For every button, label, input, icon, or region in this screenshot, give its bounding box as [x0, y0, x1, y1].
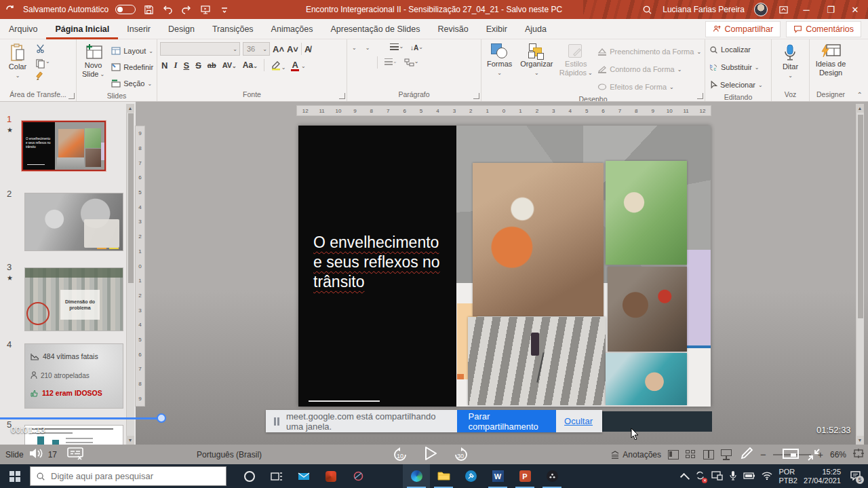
new-slide-button[interactable]: Novo Slide⌄ — [79, 42, 107, 80]
reset-button[interactable]: Redefinir — [110, 60, 155, 75]
slide-thumbnail-4[interactable]: 484 vítimas fatais 210 atropeladas 112 e… — [24, 343, 123, 409]
tab-exibir[interactable]: Exibir — [477, 19, 516, 39]
comments-button[interactable]: Comentários — [786, 21, 861, 37]
search-input[interactable] — [51, 471, 207, 481]
start-slideshow-icon[interactable] — [199, 3, 212, 16]
font-color-button[interactable]: A⌄ — [292, 61, 306, 69]
drawing-dialog-launcher[interactable] — [697, 93, 703, 99]
replace-button[interactable]: bc Substituir⌄ — [708, 60, 761, 75]
normal-view-button[interactable] — [668, 450, 679, 459]
volume-icon[interactable] — [28, 447, 44, 462]
tab-apresentacao[interactable]: Apresentação de Slides — [321, 19, 429, 39]
tab-design[interactable]: Design — [159, 19, 203, 39]
text-direction-icon[interactable]: ↓A⌄ — [410, 44, 423, 52]
font-dialog-launcher[interactable] — [339, 93, 345, 99]
ribbon-display-options-icon[interactable] — [777, 3, 789, 16]
slide-thumbnail-1[interactable]: O envelhecimentoe seus reflexos notrânsi… — [22, 121, 106, 171]
design-ideas-button[interactable]: Ideias de Design — [813, 42, 849, 79]
task-view-icon[interactable] — [263, 464, 290, 488]
language-switcher[interactable]: PORPTB2 — [778, 468, 797, 485]
tab-arquivo[interactable]: Arquivo — [0, 19, 46, 39]
bold-button[interactable]: N — [161, 60, 167, 71]
quick-styles-button[interactable]: Estilos Rápidos⌄ — [558, 42, 593, 79]
thumb-scroll-down-arrow[interactable]: ▼ — [126, 436, 134, 445]
save-icon[interactable] — [142, 3, 155, 16]
clear-formatting-icon[interactable]: A̸ — [304, 44, 311, 54]
tab-revisao[interactable]: Revisão — [429, 19, 477, 39]
dictate-button[interactable]: Ditar⌄ — [780, 42, 801, 81]
battery-icon[interactable] — [743, 472, 755, 481]
video-progress-played[interactable] — [0, 417, 157, 419]
hide-link[interactable]: Ocultar — [564, 416, 593, 426]
wifi-icon[interactable] — [762, 471, 772, 481]
autosave-toggle[interactable] — [115, 5, 136, 14]
tab-ajuda[interactable]: Ajuda — [516, 19, 555, 39]
arrange-button[interactable]: Organizar⌄ — [517, 42, 555, 79]
sync-error-icon[interactable]: ✕ — [695, 470, 705, 482]
slide-sorter-view-button[interactable] — [686, 450, 696, 459]
tab-pagina-inicial[interactable]: Página Inicial — [46, 19, 118, 39]
obs-icon[interactable] — [538, 464, 566, 488]
word-icon[interactable]: W — [484, 464, 511, 488]
paragraph-dialog-launcher[interactable] — [473, 93, 479, 99]
user-avatar[interactable] — [754, 3, 768, 16]
slideshow-view-button[interactable] — [721, 449, 733, 459]
cortana-icon[interactable] — [236, 464, 263, 488]
shapes-button[interactable]: Formas⌄ — [484, 42, 515, 79]
layout-button[interactable]: Layout⌄ — [110, 43, 155, 58]
notes-button[interactable]: Anotações — [610, 450, 661, 459]
text-shadow-button[interactable]: ab — [208, 61, 216, 69]
change-case-button[interactable]: Aa⌄ — [243, 60, 258, 70]
columns-icon[interactable]: ⌄ — [384, 58, 397, 67]
snip-tool-icon[interactable] — [344, 464, 372, 488]
forward-30-button[interactable]: 30 — [453, 447, 469, 463]
clock[interactable]: 15:2527/04/2021 — [804, 468, 841, 485]
highlight-color-button[interactable]: ⌄ — [271, 60, 286, 71]
microphone-tray-icon[interactable] — [729, 470, 737, 483]
thumb-scroll-up-arrow[interactable]: ▲ — [126, 104, 134, 113]
tab-inserir[interactable]: Inserir — [118, 19, 159, 39]
canvas-scroll-down-arrow[interactable]: ▼ — [856, 436, 864, 445]
minimize-button[interactable]: ─ — [799, 5, 814, 15]
find-button[interactable]: Localizar — [708, 42, 752, 57]
paste-button[interactable]: Colar⌄ — [3, 42, 33, 81]
clipboard-dialog-launcher[interactable] — [68, 93, 75, 99]
font-name-combo[interactable]: ⌄ — [160, 42, 240, 56]
slide-title-text[interactable]: O envelhecimento e seus reflexos no trân… — [313, 233, 449, 292]
taskbar-search[interactable] — [30, 466, 226, 486]
undo-icon[interactable] — [161, 3, 174, 16]
font-size-combo[interactable]: 36⌄ — [243, 42, 270, 56]
customize-qat-icon[interactable] — [218, 3, 231, 16]
zoom-percentage[interactable]: 66% — [830, 450, 846, 459]
shape-fill-button[interactable]: Preenchimento da Forma⌄ — [596, 44, 703, 59]
stop-sharing-button[interactable]: Parar compartilhamento — [457, 410, 556, 432]
close-button[interactable]: ✕ — [848, 5, 863, 15]
line-spacing-icon[interactable]: ⌄ — [390, 43, 403, 52]
format-painter-icon[interactable] — [35, 71, 50, 83]
language-indicator[interactable]: Português (Brasil) — [197, 450, 262, 459]
thumbnail-scrollbar[interactable] — [126, 104, 134, 445]
zoom-out-button[interactable]: − — [760, 449, 766, 460]
tab-transicoes[interactable]: Transições — [203, 19, 262, 39]
reading-view-button[interactable] — [703, 450, 714, 459]
play-button[interactable] — [423, 445, 438, 464]
rewind-10-button[interactable]: 10 — [392, 447, 408, 463]
office-icon[interactable] — [317, 464, 344, 488]
slide-thumbnail-3[interactable]: Dimensão do problema — [24, 267, 123, 331]
shape-outline-button[interactable]: Contorno da Forma⌄ — [596, 62, 703, 77]
zoom-slider[interactable] — [773, 454, 811, 455]
edge-icon[interactable] — [403, 464, 430, 488]
strikethrough-button[interactable]: S — [195, 60, 201, 71]
powerpoint-icon[interactable]: P — [511, 464, 538, 488]
shape-effects-button[interactable]: Efeitos de Forma⌄ — [596, 79, 703, 94]
user-name[interactable]: Luciana Farias Pereira — [663, 5, 745, 14]
character-spacing-button[interactable]: AV⌄ — [222, 61, 237, 69]
redo-icon[interactable] — [180, 3, 193, 16]
tray-expand-chevron[interactable] — [680, 472, 690, 482]
exit-fullscreen-icon[interactable] — [807, 448, 821, 464]
start-button[interactable] — [0, 464, 30, 488]
tab-animacoes[interactable]: Animações — [262, 19, 322, 39]
select-button[interactable]: Selecionar⌄ — [708, 77, 764, 92]
pip-icon[interactable] — [783, 449, 799, 462]
mail-icon[interactable] — [290, 464, 317, 488]
